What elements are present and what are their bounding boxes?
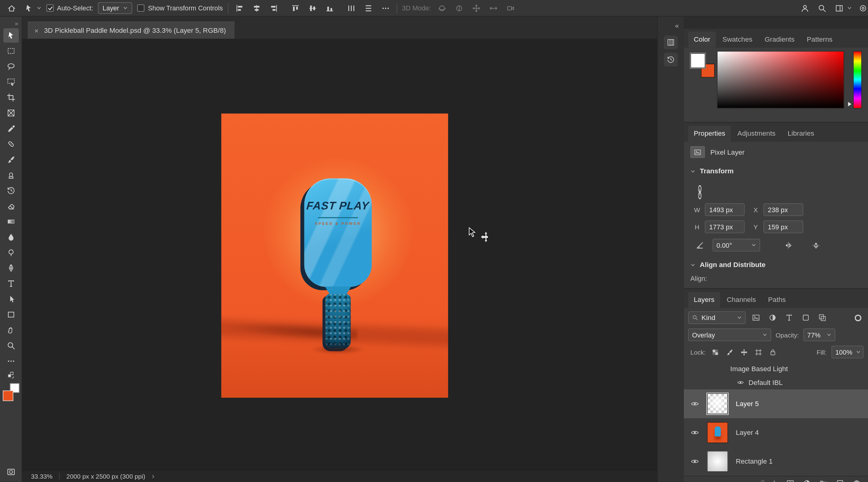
auto-select-option[interactable]: Auto-Select: (46, 4, 93, 12)
account-icon[interactable] (799, 2, 811, 14)
3d-pan-icon[interactable] (470, 2, 482, 14)
filter-shape-layers-icon[interactable] (799, 311, 812, 324)
blend-mode-select[interactable]: Overlay (688, 329, 771, 341)
new-adjustment-layer-icon[interactable] (802, 479, 812, 482)
tool-pen[interactable] (3, 261, 19, 275)
tab-gradients[interactable]: Gradients (759, 32, 800, 48)
tab-libraries[interactable]: Libraries (782, 126, 820, 142)
saturation-brightness-field[interactable] (717, 51, 844, 108)
filter-pixel-layers-icon[interactable] (749, 311, 762, 324)
tool-preset-move[interactable] (23, 2, 41, 14)
height-input[interactable]: 1773 px (705, 221, 744, 233)
delete-layer-icon[interactable] (852, 479, 862, 482)
tool-gradient[interactable] (3, 215, 19, 229)
tool-brush[interactable] (3, 152, 19, 167)
3d-orbit-icon[interactable] (436, 2, 448, 14)
layer-effects-button[interactable]: fx (773, 480, 778, 482)
tool-hand[interactable] (3, 323, 19, 337)
lock-position-icon[interactable] (739, 347, 749, 357)
filter-adjustment-layers-icon[interactable] (766, 311, 779, 324)
distribute-vertical-icon[interactable] (362, 2, 374, 14)
canvas-area[interactable]: FAST PLAY SPEED & POWER (22, 39, 657, 470)
tool-rectangle[interactable] (3, 308, 19, 322)
tab-patterns[interactable]: Patterns (801, 32, 838, 48)
tool-history-brush[interactable] (3, 183, 19, 198)
tool-move[interactable] (3, 28, 19, 42)
x-input[interactable]: 238 px (764, 203, 803, 216)
tools-collapse-icon[interactable]: » (15, 20, 18, 27)
collapsed-panel-history-icon[interactable] (664, 53, 678, 66)
tab-layers[interactable]: Layers (688, 292, 720, 308)
tool-eyedropper[interactable] (3, 121, 19, 136)
home-icon[interactable] (5, 2, 18, 14)
link-dimensions-icon[interactable] (694, 181, 706, 203)
lock-all-icon[interactable] (768, 347, 778, 357)
visibility-eye-icon[interactable] (690, 457, 699, 466)
align-horizontal-centers-icon[interactable] (250, 2, 263, 14)
show-transform-option[interactable]: Show Transform Controls (137, 4, 223, 12)
new-group-icon[interactable] (819, 479, 828, 482)
tool-lasso[interactable] (3, 59, 19, 74)
align-bottom-edges-icon[interactable] (323, 2, 336, 14)
layer-row-layer-4[interactable]: Layer 4 (684, 418, 868, 447)
search-icon[interactable] (816, 2, 828, 14)
auto-select-checkbox[interactable] (46, 4, 54, 11)
visibility-eye-icon[interactable] (737, 379, 744, 386)
capture-icon[interactable] (857, 2, 868, 14)
color-swatches[interactable] (2, 384, 19, 401)
width-input[interactable]: 1493 px (705, 203, 744, 216)
lock-image-pixels-icon[interactable] (725, 347, 734, 357)
tool-clone-stamp[interactable] (3, 168, 19, 182)
tool-healing-brush[interactable] (3, 137, 19, 151)
flip-horizontal-icon[interactable] (782, 239, 795, 251)
document-tab[interactable]: × 3D Pickleball Paddle Model.psd @ 33.3%… (28, 22, 235, 39)
tool-crop[interactable] (3, 90, 19, 105)
visibility-eye-icon[interactable] (690, 428, 699, 437)
3d-roll-icon[interactable] (453, 2, 465, 14)
add-layer-mask-icon[interactable] (785, 479, 795, 482)
visibility-eye-icon[interactable] (690, 399, 699, 408)
opacity-input[interactable]: 77% (803, 329, 836, 341)
lock-transparent-pixels-icon[interactable] (711, 347, 720, 357)
lock-artboard-icon[interactable] (754, 347, 763, 357)
tool-frame[interactable] (3, 106, 19, 120)
align-vertical-centers-icon[interactable] (306, 2, 319, 14)
layer-filter-toggle[interactable] (855, 314, 862, 321)
status-chevron-icon[interactable]: › (152, 472, 154, 480)
filter-type-layers-icon[interactable] (782, 311, 796, 324)
panel-color-swatches[interactable] (690, 53, 715, 78)
tool-object-selection[interactable] (3, 75, 19, 89)
tool-path-selection[interactable] (3, 292, 19, 306)
zoom-level[interactable]: 33.33% (31, 473, 53, 480)
filter-smart-objects-icon[interactable] (815, 311, 829, 324)
collapsed-panel-columns-icon[interactable] (664, 35, 678, 49)
layer-row-image-based-light[interactable]: Image Based Light (684, 362, 868, 375)
quick-mask-icon[interactable] (3, 465, 19, 479)
align-top-edges-icon[interactable] (289, 2, 302, 14)
more-align-options-icon[interactable] (379, 2, 392, 14)
tool-eraser[interactable] (3, 199, 19, 213)
panel-foreground-swatch[interactable] (690, 53, 705, 68)
3d-slide-icon[interactable] (487, 2, 499, 14)
tab-adjustments[interactable]: Adjustments (732, 126, 781, 142)
layer-row-default-ibl[interactable]: Default IBL (684, 375, 868, 389)
align-section-header[interactable]: Align and Distribute (684, 256, 868, 274)
workspace-switcher[interactable] (833, 2, 852, 14)
tab-paths[interactable]: Paths (763, 292, 791, 308)
fill-input[interactable]: 100% (832, 346, 864, 359)
tool-blur[interactable] (3, 230, 19, 244)
collapse-panels-icon[interactable]: « (675, 22, 679, 30)
show-transform-checkbox[interactable] (137, 4, 145, 11)
close-tab-icon[interactable]: × (34, 27, 38, 34)
y-input[interactable]: 159 px (764, 221, 803, 233)
distribute-horizontal-icon[interactable] (345, 2, 357, 14)
tab-color[interactable]: Color (688, 32, 716, 48)
tab-properties[interactable]: Properties (688, 126, 731, 142)
layer-thumbnail[interactable] (707, 451, 728, 472)
transform-section-header[interactable]: Transform (684, 162, 868, 180)
layer-row-rectangle-1[interactable]: Rectangle 1 (684, 447, 868, 476)
new-layer-icon[interactable] (835, 479, 845, 482)
align-right-edges-icon[interactable] (268, 2, 280, 14)
tab-swatches[interactable]: Swatches (717, 32, 758, 48)
rotation-input[interactable]: 0.00° (713, 239, 760, 252)
